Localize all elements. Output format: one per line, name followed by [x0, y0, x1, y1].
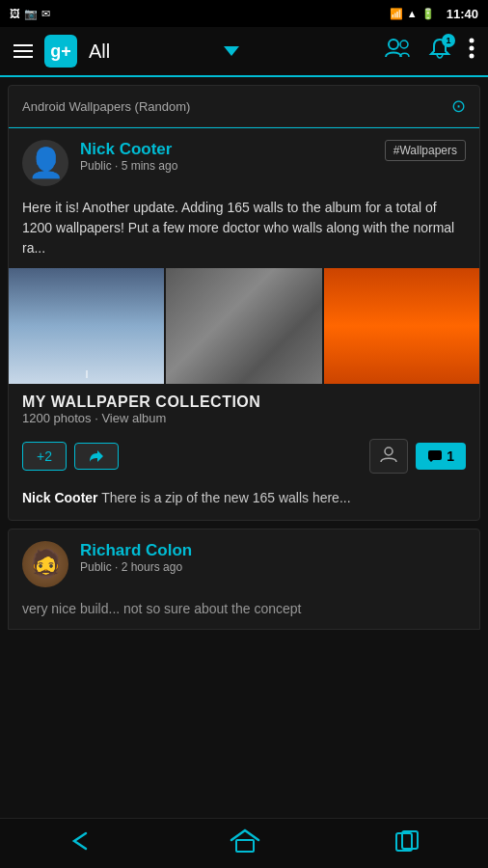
post-header: 👤 Nick Cooter Public · 5 mins ago #Wallp…: [9, 128, 479, 194]
svg-point-2: [470, 39, 474, 43]
svg-rect-8: [236, 840, 254, 852]
top-nav: g+ All 1: [0, 27, 488, 77]
svg-point-3: [470, 46, 474, 51]
post-source-bar: Android Wallpapers (Random) ⊙: [9, 86, 479, 127]
post-image-sky[interactable]: [9, 268, 164, 384]
notification-badge: 1: [442, 34, 455, 47]
avatar-silhouette: 👤: [28, 149, 64, 177]
comment-count: 1: [447, 448, 454, 464]
comment-text: There is a zip of the new 165 walls here…: [98, 490, 351, 505]
richard-face-icon: 🧔: [29, 548, 63, 580]
people-button[interactable]: [378, 32, 417, 70]
more-options-button[interactable]: [463, 32, 480, 70]
icon-media: 📷: [24, 8, 38, 20]
svg-point-4: [470, 54, 474, 59]
comment-button[interactable]: 1: [416, 443, 466, 470]
post-card-1: Android Wallpapers (Random) ⊙ 👤 Nick Coo…: [8, 85, 480, 521]
svg-rect-6: [428, 450, 442, 460]
nav-title: All: [89, 41, 216, 63]
share-button[interactable]: [74, 443, 119, 470]
dropdown-indicator: [224, 46, 239, 56]
icon-signal: 📶: [390, 8, 403, 20]
post-image-geo[interactable]: [166, 268, 321, 384]
gplus-icon: g+: [44, 35, 77, 68]
album-subtitle[interactable]: 1200 photos · View album: [22, 411, 466, 425]
back-button[interactable]: [47, 822, 115, 866]
post-time-2: Public · 2 hours ago: [80, 560, 466, 574]
post-text-1: Here it is! Another update. Adding 165 w…: [9, 194, 479, 268]
plus-button[interactable]: +2: [22, 442, 67, 471]
feed-container: Android Wallpapers (Random) ⊙ 👤 Nick Coo…: [0, 77, 488, 818]
album-title: MY WALLPAPER COLLECTION: [22, 393, 466, 411]
post-header-2: 🧔 Richard Colon Public · 2 hours ago: [9, 529, 479, 595]
hamburger-menu[interactable]: [8, 39, 39, 64]
svg-point-1: [400, 41, 408, 48]
post-text-2: very nice build... not so sure about the…: [9, 595, 479, 629]
hamburger-line-1: [14, 44, 33, 46]
post-tag[interactable]: #Wallpapers: [385, 140, 466, 161]
home-button[interactable]: [210, 821, 280, 867]
post-comment: Nick Cooter There is a zip of the new 16…: [9, 481, 479, 520]
status-bar: 🖼 📷 ✉ 📶 ▲ 🔋 11:40: [0, 0, 488, 27]
person-icon-button[interactable]: [369, 439, 408, 474]
hamburger-line-3: [14, 56, 33, 58]
post-album-info: MY WALLPAPER COLLECTION 1200 photos · Vi…: [9, 384, 479, 431]
avatar-nick: 👤: [22, 140, 68, 186]
post-author-2[interactable]: Richard Colon: [80, 541, 466, 560]
status-icons: 🖼 📷 ✉: [10, 8, 50, 20]
recents-button[interactable]: [375, 822, 441, 866]
post-card-2: 🧔 Richard Colon Public · 2 hours ago ver…: [8, 529, 480, 630]
icon-gallery: 🖼: [10, 8, 20, 19]
post-author-1[interactable]: Nick Cooter: [80, 140, 373, 159]
post-time-1: Public · 5 mins ago: [80, 159, 373, 173]
status-right-icons: 📶 ▲ 🔋: [390, 8, 435, 20]
post-actions: +2 1: [9, 431, 479, 481]
post-image-orange[interactable]: [324, 268, 479, 384]
post-meta-2: Richard Colon Public · 2 hours ago: [80, 541, 466, 574]
avatar-richard: 🧔: [22, 541, 68, 587]
comment-author: Nick Cooter: [22, 490, 98, 505]
post-images: [9, 268, 479, 384]
svg-point-0: [389, 40, 398, 49]
icon-wifi: ▲: [407, 8, 418, 19]
refresh-icon[interactable]: ⊙: [451, 95, 466, 117]
status-time: 11:40: [447, 7, 478, 21]
notifications-button[interactable]: 1: [422, 32, 457, 70]
hamburger-line-2: [14, 50, 33, 52]
bottom-nav: [0, 818, 488, 868]
icon-email: ✉: [41, 8, 50, 20]
post-source: Android Wallpapers (Random): [22, 99, 190, 114]
post-meta: Nick Cooter Public · 5 mins ago: [80, 140, 373, 173]
svg-point-5: [385, 448, 393, 455]
icon-battery: 🔋: [421, 8, 435, 20]
